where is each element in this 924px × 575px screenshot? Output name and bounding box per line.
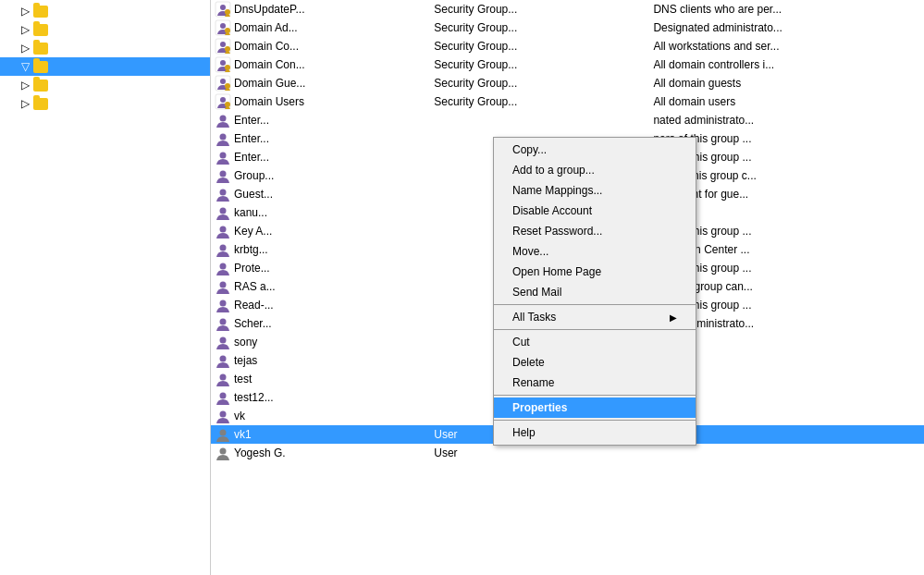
context-menu-item[interactable]: Move... — [494, 241, 696, 262]
sidebar-item-tpm-devices[interactable]: ▷ — [0, 94, 210, 113]
row-name: DnsUpdateP... — [234, 3, 305, 16]
context-menu-item[interactable]: Copy... — [494, 140, 696, 160]
svg-point-1 — [220, 5, 226, 10]
context-menu-item[interactable]: Name Mappings... — [494, 180, 696, 201]
sidebar-item-system[interactable]: ▷ — [0, 39, 210, 57]
context-menu-item[interactable]: All Tasks▶ — [494, 307, 696, 327]
desc-cell: DNS clients who are per... — [649, 0, 924, 18]
row-icon — [215, 112, 231, 128]
expand-icon[interactable]: ▷ — [18, 5, 31, 18]
type-cell: Security Group... — [430, 74, 649, 92]
type-cell: Security Group... — [430, 18, 649, 37]
svg-point-34 — [220, 411, 227, 418]
ctx-item-label: Help — [512, 426, 536, 439]
svg-point-26 — [220, 263, 227, 270]
desc-cell — [649, 444, 924, 462]
name-cell: Domain Con... — [211, 55, 377, 74]
table-row[interactable]: Yogesh G. User — [211, 444, 924, 462]
row-icon — [215, 352, 231, 369]
ctx-item-label: Move... — [512, 245, 548, 258]
row-name: Group... — [234, 169, 274, 182]
ctx-item-label: All Tasks — [512, 311, 556, 324]
svg-point-18 — [220, 116, 227, 122]
row-icon — [215, 278, 231, 295]
table-row[interactable]: DnsUpdateP... Security Group... DNS clie… — [211, 0, 924, 18]
row-icon — [215, 426, 231, 443]
context-menu-item[interactable]: Rename — [494, 373, 696, 393]
type-cell: Security Group... — [430, 0, 649, 18]
row-name: krbtg... — [234, 243, 268, 256]
table-row[interactable]: Domain Con... Security Group... All doma… — [211, 55, 924, 74]
table-row[interactable]: Domain Gue... Security Group... All doma… — [211, 74, 924, 92]
context-menu-item[interactable]: Cut — [494, 332, 696, 352]
expand-icon[interactable]: ▷ — [18, 42, 31, 55]
svg-point-31 — [220, 356, 227, 362]
table-row[interactable]: Domain Co... Security Group... All works… — [211, 37, 924, 55]
row-icon — [215, 260, 231, 276]
expand-icon[interactable]: ▽ — [18, 60, 31, 73]
desc-cell: nated administrato... — [649, 111, 924, 129]
svg-point-22 — [220, 190, 227, 196]
context-menu-item[interactable]: Help — [494, 422, 696, 443]
row-icon — [215, 334, 231, 350]
context-menu-item[interactable]: Disable Account — [494, 201, 696, 221]
ctx-item-label: Copy... — [512, 143, 547, 156]
row-icon — [215, 149, 231, 165]
svg-point-19 — [220, 134, 227, 141]
desc-cell: All domain users — [649, 92, 924, 111]
row-name: Domain Users — [234, 95, 304, 108]
row-name: Domain Co... — [234, 40, 299, 53]
table-row[interactable]: Domain Users Security Group... All domai… — [211, 92, 924, 111]
context-menu-item[interactable]: Send Mail — [494, 282, 696, 302]
sidebar-item-ntds-quotas[interactable]: ▷ — [0, 76, 210, 94]
svg-point-33 — [220, 393, 227, 399]
svg-point-21 — [220, 171, 227, 177]
name-cell: test12... — [211, 388, 377, 407]
name-cell: Enter... — [211, 148, 377, 166]
desc-cell: All domain controllers i... — [649, 55, 924, 74]
row-name: Guest... — [234, 188, 273, 201]
type-cell: Security Group... — [430, 55, 649, 74]
context-menu-item[interactable]: Delete — [494, 352, 696, 373]
name-cell: sony — [211, 333, 377, 351]
desc-cell: Designated administrato... — [649, 18, 924, 37]
svg-point-25 — [220, 245, 227, 251]
row-name: Enter... — [234, 151, 269, 164]
table-row[interactable]: Enter... nated administrato... — [211, 111, 924, 129]
row-icon — [215, 315, 231, 332]
row-name: vk1 — [234, 428, 252, 441]
context-menu-item[interactable]: Properties — [494, 398, 696, 418]
expand-icon[interactable]: ▷ — [18, 97, 31, 110]
context-menu-item[interactable]: Add to a group... — [494, 160, 696, 180]
row-icon — [215, 56, 231, 73]
name-cell: vk — [211, 407, 377, 425]
type-cell: User — [430, 444, 649, 462]
expand-icon[interactable]: ▷ — [18, 79, 31, 92]
row-icon — [215, 445, 231, 461]
row-name: vk — [234, 410, 245, 422]
svg-point-16 — [220, 97, 226, 103]
submenu-arrow-icon: ▶ — [670, 312, 677, 323]
context-menu-item[interactable]: Reset Password... — [494, 221, 696, 241]
sidebar-item-managed-service[interactable]: ▷ — [0, 2, 210, 20]
name-cell: test — [211, 370, 377, 388]
name-cell: Read-... — [211, 296, 377, 314]
context-menu-item[interactable]: Open Home Page — [494, 262, 696, 282]
folder-icon — [33, 59, 50, 74]
row-name: test — [234, 373, 252, 385]
sidebar-item-program-data[interactable]: ▷ — [0, 20, 210, 39]
row-icon — [215, 1, 231, 18]
name-cell: DnsUpdateP... — [211, 0, 377, 18]
table-row[interactable]: Domain Ad... Security Group... Designate… — [211, 18, 924, 37]
sidebar-item-users[interactable]: ▽ — [0, 57, 210, 76]
name-cell: kanu... — [211, 203, 377, 222]
folder-icon — [33, 4, 50, 18]
ctx-item-label: Name Mappings... — [512, 184, 602, 197]
row-name: Enter... — [234, 132, 269, 145]
folder-icon — [33, 96, 50, 111]
name-cell: Domain Users — [211, 92, 377, 111]
ctx-item-label: Delete — [512, 356, 545, 369]
row-name: Prote... — [234, 262, 270, 275]
row-icon — [215, 371, 231, 387]
expand-icon[interactable]: ▷ — [18, 23, 31, 36]
